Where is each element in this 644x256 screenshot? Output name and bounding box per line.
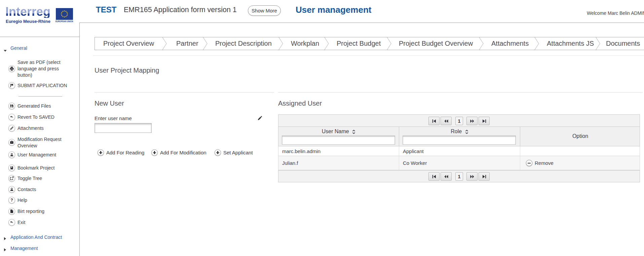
svg-text:?: ? [10, 198, 13, 203]
